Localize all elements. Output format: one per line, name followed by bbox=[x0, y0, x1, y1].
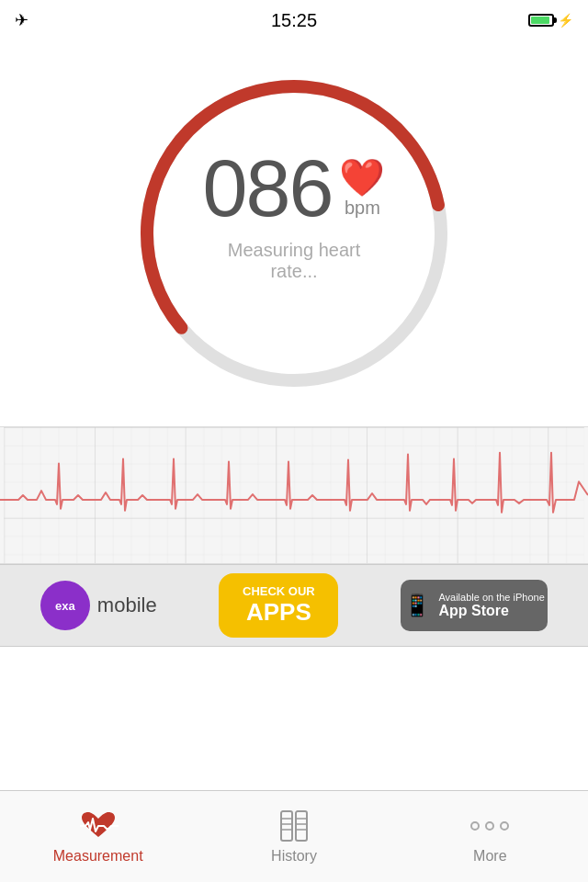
ad-banner[interactable]: exa mobile CHECK OUR APPS 📱 Available on… bbox=[0, 564, 588, 647]
bolt-icon: ⚡ bbox=[558, 13, 573, 28]
measurement-tab-icon bbox=[78, 809, 119, 842]
app-store-label: App Store bbox=[438, 603, 544, 619]
tab-measurement-label: Measurement bbox=[53, 848, 143, 865]
tab-more-label: More bbox=[473, 848, 506, 865]
more-dot-2 bbox=[485, 821, 494, 831]
tab-history[interactable]: History bbox=[196, 809, 391, 865]
tab-history-label: History bbox=[271, 848, 317, 865]
history-icon-svg bbox=[277, 809, 311, 842]
heart-icon: ❤️ bbox=[339, 159, 385, 196]
measuring-text: Measuring heart rate... bbox=[203, 240, 386, 282]
status-time: 15:25 bbox=[271, 10, 317, 31]
phone-icon: 📱 bbox=[403, 593, 431, 618]
bpm-value: 086 bbox=[203, 148, 333, 229]
status-right: ⚡ bbox=[528, 13, 573, 28]
bpm-label: bpm bbox=[345, 198, 380, 219]
ecg-waveform bbox=[0, 426, 588, 564]
exa-mobile-logo: exa mobile bbox=[40, 581, 157, 630]
tab-bar: Measurement History More bbox=[0, 790, 588, 882]
apps-text: APPS bbox=[246, 598, 311, 627]
ecg-line-svg bbox=[0, 427, 588, 563]
status-bar: ✈ 15:25 ⚡ bbox=[0, 0, 588, 40]
exa-text: exa bbox=[55, 599, 75, 613]
main-content: 086 ❤️ bpm Measuring heart rate... bbox=[0, 40, 588, 647]
appstore-button[interactable]: 📱 Available on the iPhone App Store bbox=[401, 580, 548, 631]
exa-mobile-text: mobile bbox=[97, 594, 157, 617]
more-dot-3 bbox=[500, 821, 509, 831]
check-text: CHECK OUR bbox=[243, 584, 315, 598]
heart-rate-display: 086 ❤️ bpm Measuring heart rate... bbox=[203, 148, 386, 282]
svg-rect-4 bbox=[281, 811, 292, 841]
heart-rate-gauge: 086 ❤️ bpm Measuring heart rate... bbox=[119, 59, 469, 408]
tab-more[interactable]: More bbox=[392, 809, 588, 865]
appstore-text-block: Available on the iPhone App Store bbox=[438, 592, 544, 619]
more-dot-1 bbox=[470, 821, 480, 831]
available-on-text: Available on the iPhone bbox=[438, 592, 544, 603]
status-left: ✈ bbox=[15, 10, 28, 30]
airplane-icon: ✈ bbox=[15, 10, 28, 30]
bpm-number: 086 ❤️ bpm bbox=[203, 148, 386, 229]
heart-icon-unit: ❤️ bpm bbox=[339, 159, 385, 219]
more-tab-icon bbox=[470, 809, 509, 842]
history-tab-icon bbox=[276, 809, 312, 842]
exa-circle: exa bbox=[40, 581, 90, 630]
check-apps-button[interactable]: CHECK OUR APPS bbox=[219, 573, 338, 638]
battery-icon bbox=[528, 14, 554, 27]
tab-measurement[interactable]: Measurement bbox=[0, 809, 196, 865]
svg-rect-5 bbox=[296, 811, 307, 841]
